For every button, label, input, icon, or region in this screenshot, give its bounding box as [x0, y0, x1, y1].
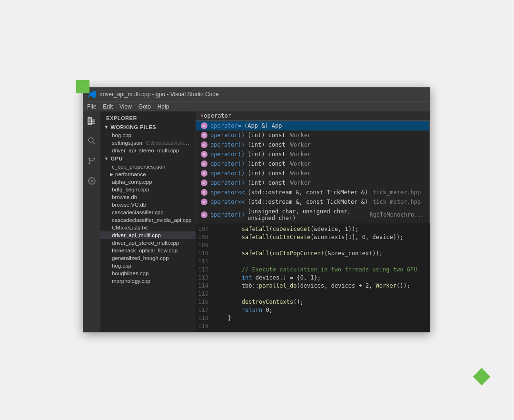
working-file-hog-cpp[interactable]: hog.cpp [100, 131, 196, 139]
code-editor: 107 108 109 110 111 112 113 114 115 116 … [196, 223, 430, 332]
menu-edit[interactable]: Edit [103, 103, 113, 110]
autocomplete-header: #operator [196, 111, 430, 120]
ac-icon-3: ⊙ [201, 151, 208, 158]
main-layout: EXPLORER ▼ WORKING FILES hog.cpp setting… [83, 111, 430, 332]
code-line-110: safeCall(cuCtxPopCurrent(&prev_context))… [212, 250, 430, 258]
line-numbers: 107 108 109 110 111 112 113 114 115 116 … [196, 223, 212, 332]
ac-icon-4: ⊙ [201, 160, 208, 167]
menu-file[interactable]: File [87, 103, 96, 110]
working-files-arrow: ▼ [104, 125, 109, 130]
code-line-117: return 0; [212, 306, 430, 314]
code-line-115 [212, 290, 430, 298]
code-line-111 [212, 258, 430, 266]
menu-help[interactable]: Help [158, 103, 169, 110]
window-title: driver_api_multi.cpp - gpu - Visual Stud… [99, 91, 219, 98]
sidebar-file-houghlines[interactable]: houghlines.cpp [100, 270, 196, 277]
svg-point-3 [89, 158, 90, 160]
sidebar-header: EXPLORER [100, 111, 196, 123]
menu-bar: File Edit View Goto Help [83, 101, 430, 111]
sidebar-file-c-cpp-properties[interactable]: c_cpp_properties.json [100, 163, 196, 170]
sidebar-folder-performance[interactable]: ▶ performance [100, 170, 196, 178]
activity-search-icon[interactable] [86, 135, 98, 147]
sidebar: EXPLORER ▼ WORKING FILES hog.cpp setting… [100, 111, 196, 332]
ac-item-9[interactable]: ⊙ operator()(unsigned char, unsigned cha… [196, 207, 429, 223]
ac-item-8[interactable]: ⊙ operator<<(std::ostream &, const TickM… [196, 197, 429, 207]
code-line-113: int devices[] = {0, 1}; [212, 274, 430, 282]
code-line-118: } [212, 314, 430, 322]
svg-point-8 [91, 180, 93, 182]
menu-goto[interactable]: Goto [138, 103, 151, 110]
svg-point-5 [93, 158, 95, 160]
ac-icon-2: ⊙ [201, 141, 208, 148]
ac-item-4[interactable]: ⊙ operator()(int) const Worker [196, 159, 429, 169]
code-line-108: safeCall(cuCtxCreate(&contexts[1], 0, de… [212, 233, 430, 241]
vscode-window: driver_api_multi.cpp - gpu - Visual Stud… [83, 87, 430, 332]
sidebar-file-driver-api-multi[interactable]: driver_api_multi.cpp [100, 231, 196, 239]
sidebar-file-cascade-classifier[interactable]: cascadeclassifier.cpp [100, 209, 196, 216]
editor-area: #operator ⊙ operator=(App &) App ⊙ opera… [196, 111, 430, 332]
ac-icon-8: ⊙ [201, 199, 208, 205]
title-bar: driver_api_multi.cpp - gpu - Visual Stud… [83, 88, 430, 101]
svg-point-1 [89, 138, 93, 142]
autocomplete-header-text: # [200, 112, 204, 119]
code-line-114: tbb::parallel_do(devices, devices + 2, W… [212, 282, 430, 290]
sidebar-file-hog[interactable]: hog.cpp [100, 262, 196, 270]
gpu-label: GPU [110, 156, 123, 161]
ac-item-6[interactable]: ⊙ operator()(int) const Worker [196, 178, 429, 188]
sidebar-file-cascade-nvidia[interactable]: cascadeclassifier_nvidia_api.cpp [100, 216, 196, 224]
activity-git-icon[interactable] [86, 155, 98, 167]
gpu-arrow: ▼ [104, 156, 109, 161]
sidebar-file-generalized-hough[interactable]: generalized_hough.cpp [100, 254, 196, 262]
sidebar-file-bdfg-segm[interactable]: bdfg_segm.cpp [100, 186, 196, 193]
ac-icon-7: ⊙ [201, 189, 208, 196]
sidebar-file-alpha-comp[interactable]: alpha_comp.cpp [100, 178, 196, 186]
working-file-settings-json[interactable]: settings.json C:\Users\aasthan\AppData..… [100, 139, 196, 147]
sidebar-file-cmakelists[interactable]: CMakeLists.txt [100, 224, 196, 231]
ac-item-1[interactable]: ⊙ operator()(int) const Worker [196, 130, 429, 140]
ac-icon-9: ⊙ [201, 211, 208, 218]
ac-icon-1: ⊙ [201, 132, 208, 139]
code-line-109 [212, 241, 430, 250]
ac-item-3[interactable]: ⊙ operator()(int) const Worker [196, 150, 429, 159]
working-files-section-header[interactable]: ▼ WORKING FILES [100, 123, 196, 131]
ac-item-0[interactable]: ⊙ operator=(App &) App [196, 121, 429, 130]
green-accent-decoration [76, 80, 89, 93]
working-files-label: WORKING FILES [110, 124, 156, 130]
settings-json-path: C:\Users\aasthan\AppData... [146, 140, 196, 146]
ac-icon-0: ⊙ [201, 122, 208, 129]
sidebar-file-morphology[interactable]: morphology.cpp [100, 277, 196, 285]
activity-debug-icon[interactable] [86, 175, 98, 187]
svg-line-2 [93, 142, 95, 144]
code-line-107: safeCall(cuDeviceGet(&device, 1)); [212, 225, 430, 233]
code-content: safeCall(cuDeviceGet(&device, 1)); safeC… [212, 223, 430, 332]
sidebar-file-browse-vc-db[interactable]: browse.VC.db [100, 201, 196, 209]
code-line-119 [212, 322, 430, 330]
green-diamond-decoration [473, 368, 491, 386]
menu-view[interactable]: View [119, 103, 132, 110]
ac-item-2[interactable]: ⊙ operator()(int) const Worker [196, 140, 429, 150]
code-line-112: // Execute calculation in two threads us… [212, 266, 430, 274]
gpu-section-header[interactable]: ▼ GPU [100, 154, 196, 163]
code-line-116: destroyContexts(); [212, 298, 430, 306]
ac-item-5[interactable]: ⊙ operator()(int) const Worker [196, 169, 429, 178]
ac-icon-6: ⊙ [201, 180, 208, 186]
sidebar-file-farneback[interactable]: farneback_optical_flow.cpp [100, 247, 196, 254]
ac-icon-5: ⊙ [201, 170, 208, 177]
activity-bar [83, 111, 100, 332]
activity-explorer-icon[interactable] [86, 115, 98, 127]
svg-point-4 [89, 162, 90, 164]
working-file-driver-api-stereo[interactable]: driver_api_stereo_multi.cpp [100, 147, 196, 154]
ac-item-7[interactable]: ⊙ operator<<(std::ostream &, const TickM… [196, 188, 429, 197]
autocomplete-list: ⊙ operator=(App &) App ⊙ operator()(int)… [196, 120, 430, 223]
sidebar-file-browse-db[interactable]: browse.db [100, 193, 196, 201]
sidebar-file-driver-api-stereo-multi[interactable]: driver_api_stereo_multi.cpp [100, 239, 196, 247]
